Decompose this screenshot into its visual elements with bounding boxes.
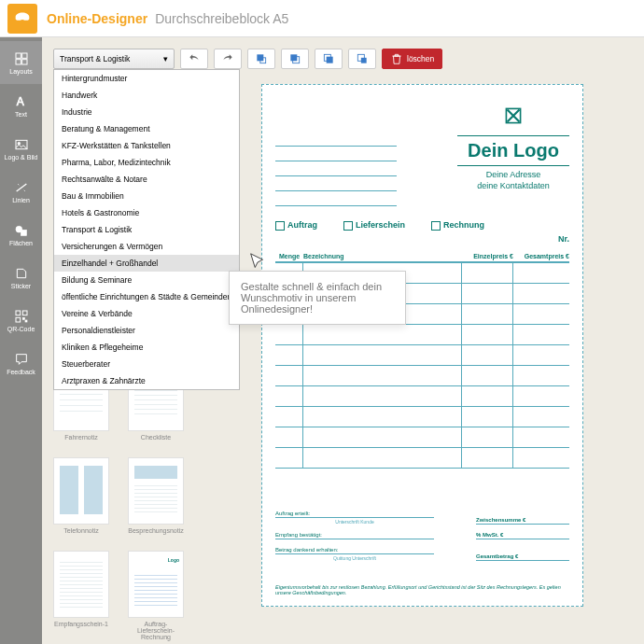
send-backward-button[interactable] xyxy=(315,49,343,69)
svg-rect-10 xyxy=(22,311,27,315)
address-lines xyxy=(275,132,397,206)
svg-rect-0 xyxy=(16,53,21,58)
dropdown-item[interactable]: Personaldienstleister xyxy=(54,322,239,339)
dropdown-item[interactable]: Rechtsanwälte & Notare xyxy=(54,171,239,188)
toolbar: Transport & Logistik▾ HintergrundmusterH… xyxy=(53,49,442,69)
layout-label: Checkliste xyxy=(128,434,184,441)
foot-sub: Unterschrift Kunde xyxy=(275,519,434,525)
dropdown-item[interactable]: Beratung & Management xyxy=(54,120,239,137)
foot-right: % MwSt. € xyxy=(476,532,569,539)
svg-rect-13 xyxy=(25,320,27,322)
th: Bezeichnung xyxy=(303,253,462,259)
disclaimer: Eigentumsvorbehalt bis zur restlosen Bez… xyxy=(275,584,569,596)
logo-text: Dein Logo xyxy=(457,140,569,161)
foot-sub: Quittung Unterschrift xyxy=(275,555,434,561)
dropdown-selected: Transport & Logistik xyxy=(60,54,130,63)
layouts-panel: FahrernotizChecklisteTelefonnotizBesprec… xyxy=(53,364,203,644)
app-logo xyxy=(7,4,37,34)
undo-button[interactable] xyxy=(180,49,208,69)
delete-button[interactable]: löschen xyxy=(382,49,442,69)
sidebar-label: QR-Code xyxy=(7,326,35,332)
dropdown-item[interactable]: Pharma, Labor, Medizintechnik xyxy=(54,154,239,171)
svg-rect-11 xyxy=(16,317,21,322)
doc-type-checks: Auftrag Lieferschein Rechnung xyxy=(275,220,569,231)
delete-label: löschen xyxy=(407,54,434,63)
doc-title: Durchschreibeblock A5 xyxy=(155,11,288,26)
foot-right: Gesamtbetrag € xyxy=(476,553,569,561)
layout-thumb[interactable]: Empfangsschein-1 xyxy=(53,551,109,640)
layout-label: Auftrag-Lieferschein-Rechnung xyxy=(128,621,184,640)
logo-sub1: Deine Adresse xyxy=(457,170,569,179)
sidebar-item-sticker[interactable]: Sticker xyxy=(0,256,42,299)
sidebar-item-text[interactable]: AText xyxy=(0,84,42,127)
svg-rect-16 xyxy=(290,54,297,61)
dropdown-item[interactable]: Kliniken & Pflegeheime xyxy=(54,339,239,356)
sidebar-label: Text xyxy=(15,111,27,118)
sidebar-label: Sticker xyxy=(11,283,31,289)
canvas[interactable]: Dein Logo Deine Adresse deine Kontaktdat… xyxy=(261,84,583,607)
sidebar-item-lines[interactable]: Linien xyxy=(0,170,42,213)
dropdown-item[interactable]: Versicherungen & Vermögen xyxy=(54,238,239,255)
dropdown-list: HintergrundmusterHandwerkIndustrieBeratu… xyxy=(53,69,240,390)
sidebar: Layouts AText Logo & Bild Linien Flächen… xyxy=(0,37,42,644)
svg-rect-2 xyxy=(16,59,21,63)
foot-left: Auftrag erteilt: xyxy=(275,511,434,518)
bring-front-button[interactable] xyxy=(247,49,275,69)
dropdown-item[interactable]: Einzelhandel + Großhandel xyxy=(54,255,239,272)
dropdown-item[interactable]: Hintergrundmuster xyxy=(54,70,239,87)
foot-left: Empfang bestätigt: xyxy=(275,532,434,539)
sidebar-item-feedback[interactable]: Feedback xyxy=(0,342,42,385)
layout-thumb[interactable]: Besprechungsnotiz xyxy=(128,457,184,534)
layout-thumb[interactable]: Telefonnotiz xyxy=(53,457,109,534)
dropdown-item[interactable]: Transport & Logistik xyxy=(54,221,239,238)
svg-rect-12 xyxy=(22,317,24,319)
dropdown-item[interactable]: Vereine & Verbände xyxy=(54,305,239,322)
th: Menge xyxy=(275,253,303,259)
svg-rect-1 xyxy=(21,53,26,58)
check-lieferschein: Lieferschein xyxy=(343,220,405,231)
sidebar-item-shapes[interactable]: Flächen xyxy=(0,213,42,256)
svg-rect-20 xyxy=(361,58,367,63)
dropdown-item[interactable]: KFZ-Werkstätten & Tankstellen xyxy=(54,137,239,154)
svg-rect-18 xyxy=(327,57,333,63)
nr-label: Nr. xyxy=(558,234,569,244)
dropdown-item[interactable]: Bildung & Seminare xyxy=(54,272,239,288)
bring-forward-button[interactable] xyxy=(281,49,309,69)
svg-rect-8 xyxy=(21,230,26,235)
layout-label: Fahrernotiz xyxy=(53,434,109,441)
sidebar-label: Layouts xyxy=(9,68,33,75)
logo-sub2: deine Kontaktdaten xyxy=(457,181,569,190)
svg-text:A: A xyxy=(16,95,23,108)
layout-label: Telefonnotiz xyxy=(53,527,109,534)
sidebar-label: Feedback xyxy=(7,369,35,375)
sidebar-label: Linien xyxy=(12,197,30,203)
layout-thumb[interactable]: LogoAuftrag-Lieferschein-Rechnung xyxy=(128,551,184,640)
th: Einzelpreis € xyxy=(462,253,513,259)
th: Gesamtpreis € xyxy=(513,253,569,259)
cursor-icon xyxy=(247,252,268,273)
sidebar-item-layouts[interactable]: Layouts xyxy=(0,41,42,84)
sidebar-label: Logo & Bild xyxy=(5,154,38,161)
layout-label: Empfangsschein-1 xyxy=(53,621,109,627)
header: Online-Designer Durchschreibeblock A5 xyxy=(0,0,644,37)
dropdown-item[interactable]: öffentliche Einrichtungen & Städte & Gem… xyxy=(54,288,239,305)
main: Transport & Logistik▾ HintergrundmusterH… xyxy=(42,37,644,644)
dropdown-item[interactable]: Bau & Immobilien xyxy=(54,188,239,204)
category-dropdown[interactable]: Transport & Logistik▾ HintergrundmusterH… xyxy=(53,49,175,69)
dropdown-item[interactable]: Handwerk xyxy=(54,87,239,104)
sidebar-item-qr[interactable]: QR-Code xyxy=(0,299,42,342)
dropdown-item[interactable]: Industrie xyxy=(54,104,239,120)
check-auftrag: Auftrag xyxy=(275,220,317,231)
foot-left: Betrag dankend erhalten: xyxy=(275,547,434,554)
sidebar-item-logo[interactable]: Logo & Bild xyxy=(0,127,42,170)
send-back-button[interactable] xyxy=(348,49,376,69)
redo-button[interactable] xyxy=(214,49,242,69)
footer-fields: Auftrag erteilt:Unterschrift KundeZwisch… xyxy=(275,511,569,568)
sidebar-label: Flächen xyxy=(9,240,33,246)
dropdown-item[interactable]: Hotels & Gastronomie xyxy=(54,204,239,221)
dropdown-item[interactable]: Steuerberater xyxy=(54,356,239,372)
app-title: Online-Designer xyxy=(47,11,147,26)
chevron-down-icon: ▾ xyxy=(163,54,168,63)
check-rechnung: Rechnung xyxy=(431,220,484,231)
dropdown-item[interactable]: Arztpraxen & Zahnärzte xyxy=(54,372,239,389)
